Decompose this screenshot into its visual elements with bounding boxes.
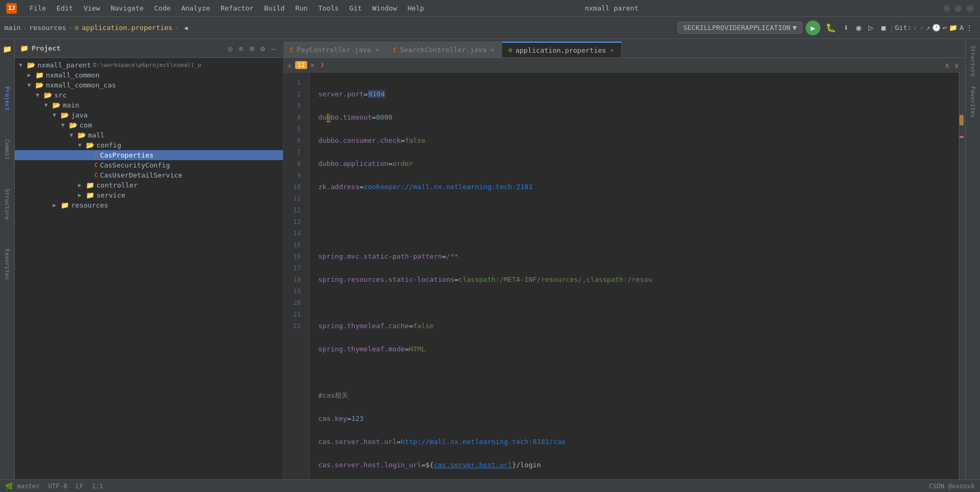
nav-back-button[interactable]: ◀	[181, 22, 191, 34]
tab-bar[interactable]: C PayController.java ✕ C SearchControlle…	[283, 39, 965, 58]
warning-icon: ⚠	[288, 61, 292, 69]
editor-area: C PayController.java ✕ C SearchControlle…	[283, 39, 965, 492]
project-header-actions[interactable]: ◎ ≡ ⊞ ⚙ —	[226, 43, 278, 54]
maximize-button[interactable]: □	[955, 5, 962, 12]
status-branch[interactable]: 🌿 master	[5, 483, 40, 490]
tab-search-controller[interactable]: C SearchController.java ✕	[387, 42, 502, 57]
tree-item-service[interactable]: ▶ 📁 service	[15, 190, 283, 200]
tree-label-mall: mall	[88, 131, 104, 139]
menu-git[interactable]: Git	[345, 3, 366, 13]
tree-arrow: ▼	[70, 132, 76, 139]
tree-item-config[interactable]: ▼ 📂 config	[15, 140, 283, 150]
sidebar-label-favorites[interactable]: Favorites	[4, 247, 11, 282]
menu-window[interactable]: Window	[368, 3, 401, 13]
tree-item-controller[interactable]: ▶ 📁 controller	[15, 180, 283, 190]
status-line-sep[interactable]: LF	[76, 483, 83, 490]
tree-arrow: ▼	[36, 92, 42, 99]
code-line-9: spring.resources.static-locations=classp…	[318, 274, 950, 286]
tree-item-cas-properties[interactable]: ▶ C CasProperties	[15, 150, 283, 160]
rs-tab-favorites[interactable]: Favorites	[967, 82, 978, 122]
tree-label-nxmall-common-cas: nxmall_common_cas	[46, 81, 116, 89]
tree-item-nxmall-parent[interactable]: ▼ 📂 nxmall_parent D:\workspace\p6project…	[15, 60, 283, 70]
git-checkmark1[interactable]: ✓	[914, 24, 918, 32]
breadcrumb-main[interactable]: main	[4, 24, 21, 32]
breadcrumb-resources[interactable]: resources	[29, 24, 66, 32]
run-button[interactable]: ▶	[806, 21, 820, 35]
breadcrumb-sep-1: ›	[23, 24, 27, 32]
tab-close-app-props[interactable]: ✕	[609, 46, 615, 54]
tab-application-properties[interactable]: ⚙ application.properties ✕	[502, 42, 622, 57]
menu-code[interactable]: Code	[150, 3, 175, 13]
folder-icon-controller: 📁	[86, 181, 94, 189]
line-num-15: 15	[283, 239, 305, 251]
tree-item-main[interactable]: ▼ 📂 main	[15, 100, 283, 110]
sidebar-icon-project[interactable]: 📁	[2, 43, 13, 55]
stop-icon[interactable]: ◼	[879, 22, 888, 34]
main-layout: 📁 Project Commit Structure Favorites 📁 P…	[0, 39, 980, 492]
menu-build[interactable]: Build	[260, 3, 289, 13]
close-button[interactable]: ✕	[966, 5, 974, 12]
error-icon: ✕	[310, 61, 315, 69]
code-line-3: dubbo.consumer.check=false	[318, 135, 950, 146]
menu-view[interactable]: View	[80, 3, 104, 13]
run-config-button[interactable]: SECKILLPROVIDERAPPLICATION ▼	[678, 22, 802, 34]
git-extra-icon[interactable]: ⋮	[966, 24, 973, 32]
debug-icon[interactable]: 🐛	[824, 22, 838, 34]
tree-item-nxmall-common[interactable]: ▶ 📁 nxmall_common	[15, 70, 283, 80]
coverage-icon[interactable]: ◉	[854, 22, 864, 34]
minimize-button[interactable]: ─	[943, 5, 950, 12]
git-lang-icon[interactable]: A	[959, 24, 964, 32]
git-shelf-icon[interactable]: 📁	[949, 24, 957, 32]
git-checkmark2[interactable]: ✓	[920, 24, 924, 32]
menu-help[interactable]: Help	[404, 3, 428, 13]
settings-button[interactable]: ⚙	[258, 43, 267, 54]
tree-item-src[interactable]: ▼ 📂 src	[15, 90, 283, 100]
git-history-icon[interactable]: 🕐	[932, 24, 940, 32]
sidebar-label-project[interactable]: Project	[4, 84, 11, 113]
tree-item-nxmall-common-cas[interactable]: ▼ 📂 nxmall_common_cas	[15, 80, 283, 90]
status-encoding[interactable]: UTF-8	[48, 483, 67, 490]
code-editor[interactable]: 1 2 3 4 5 6 7 8 9 10 11 12 13 14 15 16 1…	[283, 73, 965, 492]
step-over-icon[interactable]: ⬇	[841, 22, 851, 34]
menu-edit[interactable]: Edit	[52, 3, 77, 13]
git-push-icon[interactable]: ↗	[926, 24, 930, 32]
tree-item-com[interactable]: ▼ 📂 com	[15, 120, 283, 130]
menu-bar[interactable]: File Edit View Navigate Code Analyze Ref…	[25, 3, 428, 13]
tab-close-pay[interactable]: ✕	[374, 46, 380, 54]
breadcrumb-current-file[interactable]: application.properties	[82, 24, 172, 32]
rs-tab-structure[interactable]: Structure	[967, 41, 978, 81]
menu-refactor[interactable]: Refactor	[217, 3, 258, 13]
window-controls[interactable]: ─ □ ✕	[943, 5, 974, 12]
tree-label-nxmall-parent: nxmall_parent	[37, 61, 91, 69]
sidebar-label-structure[interactable]: Structure	[4, 186, 11, 222]
nav-up-button[interactable]: ∧	[943, 60, 951, 71]
locate-file-button[interactable]: ◎	[226, 43, 234, 54]
sidebar-label-commit[interactable]: Commit	[4, 137, 11, 162]
file-tree[interactable]: ▼ 📂 nxmall_parent D:\workspace\p6project…	[15, 58, 283, 492]
tree-item-resources[interactable]: ▶ 📁 resources	[15, 200, 283, 210]
tree-item-mall[interactable]: ▼ 📂 mall	[15, 130, 283, 140]
menu-tools[interactable]: Tools	[314, 3, 343, 13]
menu-run[interactable]: Run	[291, 3, 311, 13]
status-position[interactable]: 1:1	[92, 483, 103, 490]
menu-navigate[interactable]: Navigate	[106, 3, 148, 13]
tree-item-java[interactable]: ▼ 📂 java	[15, 110, 283, 120]
collapse-all-button[interactable]: ≡	[237, 43, 245, 54]
tab-pay-controller[interactable]: C PayController.java ✕	[283, 42, 387, 57]
code-content[interactable]: server.port=9104 dubbo.timeout=8000 dubb…	[310, 73, 959, 492]
run-again-icon[interactable]: ▷	[866, 22, 876, 34]
breadcrumb[interactable]: main › resources › ⚙ application.propert…	[4, 22, 191, 34]
menu-file[interactable]: File	[25, 3, 50, 13]
tree-item-cas-user-detail-service[interactable]: ▶ C CasUserDetailService	[15, 170, 283, 180]
code-line-15: cas.key=123	[318, 413, 950, 425]
nav-down-button[interactable]: ∨	[953, 60, 961, 71]
tab-close-search[interactable]: ✕	[489, 46, 495, 54]
status-misc: CSDN @xxooxk	[929, 483, 975, 490]
git-rollback-icon[interactable]: ↩	[943, 24, 947, 32]
tree-item-cas-security-config[interactable]: ▶ C CasSecurityConfig	[15, 160, 283, 170]
expand-all-button[interactable]: ⊞	[248, 43, 256, 54]
nav-arrows[interactable]: ∧ ∨	[943, 60, 961, 71]
line-num-22: 22	[283, 320, 305, 332]
hide-panel-button[interactable]: —	[269, 43, 278, 54]
menu-analyze[interactable]: Analyze	[177, 3, 214, 13]
